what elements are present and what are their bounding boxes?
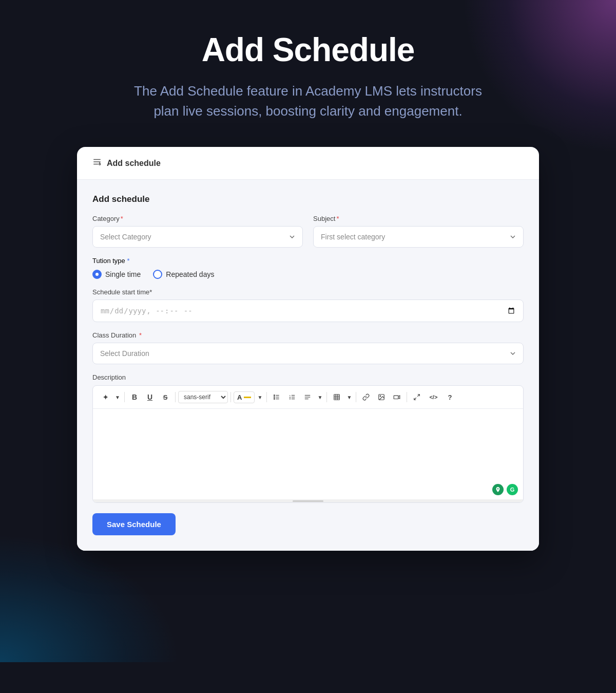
duration-label: Class Duration *: [92, 331, 524, 339]
strikethrough-button[interactable]: S: [158, 390, 172, 404]
editor-bottom-bar: G: [93, 481, 523, 499]
editor-content-area[interactable]: [93, 409, 523, 481]
datetime-wrapper: [92, 299, 524, 322]
main-card: Add schedule Add schedule Category* Sele…: [77, 147, 539, 551]
svg-rect-17: [334, 395, 340, 400]
table-dropdown-button[interactable]: ▼: [345, 390, 353, 404]
radio-single-time[interactable]: Single time: [92, 270, 141, 279]
page-title: Add Schedule: [202, 31, 415, 69]
subject-label: Subject*: [313, 215, 524, 222]
toolbar-sep-6: [356, 392, 356, 402]
color-button[interactable]: A: [234, 391, 255, 403]
editor-scroll-bar: [93, 499, 523, 502]
category-subject-row: Category* Select Category Subject* First…: [92, 215, 524, 248]
schedule-time-group: Schedule start time*: [92, 288, 524, 322]
grammarly-pin-icon: [492, 484, 504, 495]
page-subtitle: The Add Schedule feature in Academy LMS …: [133, 81, 483, 121]
description-group: Description ✦ ▼ B U: [92, 373, 524, 503]
card-header: Add schedule: [77, 147, 539, 180]
underline-button[interactable]: U: [143, 390, 157, 404]
svg-line-25: [418, 395, 420, 397]
svg-rect-24: [394, 396, 399, 399]
align-dropdown-button[interactable]: ▼: [316, 390, 324, 404]
card-body: Add schedule Category* Select Category S…: [77, 180, 539, 551]
help-button[interactable]: ?: [442, 390, 457, 404]
svg-point-8: [274, 397, 275, 398]
align-button[interactable]: [300, 390, 315, 404]
tuition-type-label: Tution type *: [92, 257, 524, 265]
toolbar-sep-1: [124, 392, 125, 402]
link-button[interactable]: [359, 390, 373, 404]
code-button[interactable]: </>: [425, 390, 441, 404]
image-button[interactable]: [374, 390, 389, 404]
page-wrapper: Add Schedule The Add Schedule feature in…: [0, 0, 616, 582]
ordered-list-button[interactable]: [285, 390, 299, 404]
editor-toolbar: ✦ ▼ B U S sans-serif: [93, 386, 523, 409]
duration-group: Class Duration * Select Duration 30 minu…: [92, 331, 524, 364]
video-button[interactable]: [390, 390, 404, 404]
schedule-label: Schedule start time*: [92, 288, 524, 296]
schedule-input[interactable]: [92, 299, 524, 322]
schedule-icon: [92, 157, 102, 169]
category-select[interactable]: Select Category: [92, 226, 303, 248]
save-schedule-button[interactable]: Save Schedule: [92, 513, 176, 535]
svg-point-6: [274, 395, 275, 396]
radio-repeated-days[interactable]: Repeated days: [153, 270, 214, 279]
color-dropdown-button[interactable]: ▼: [256, 390, 264, 404]
form-section-title: Add schedule: [92, 194, 524, 204]
table-button[interactable]: [330, 390, 344, 404]
expand-button[interactable]: [410, 390, 424, 404]
bold-button[interactable]: B: [127, 390, 142, 404]
category-group: Category* Select Category: [92, 215, 303, 248]
svg-point-23: [380, 396, 381, 397]
svg-point-10: [274, 399, 275, 400]
svg-line-26: [414, 398, 416, 400]
toolbar-sep-3: [230, 392, 231, 402]
rich-text-editor: ✦ ▼ B U S sans-serif: [92, 385, 524, 503]
duration-select[interactable]: Select Duration 30 minutes 1 hour 1.5 ho…: [92, 343, 524, 364]
description-label: Description: [92, 373, 524, 381]
toolbar-sep-7: [407, 392, 407, 402]
subject-group: Subject* First select category: [313, 215, 524, 248]
subject-select[interactable]: First select category: [313, 226, 524, 248]
radio-group: Single time Repeated days: [92, 270, 524, 279]
magic-tool-button[interactable]: ✦: [98, 390, 112, 404]
grammarly-icon: G: [507, 484, 518, 495]
magic-dropdown-button[interactable]: ▼: [113, 390, 122, 404]
category-label: Category*: [92, 215, 303, 222]
radio-repeated-indicator: [153, 270, 162, 279]
toolbar-sep-2: [175, 392, 176, 402]
radio-single-indicator: [92, 270, 102, 279]
svg-point-3: [99, 163, 101, 165]
tuition-type-group: Tution type * Single time Repeated days: [92, 257, 524, 279]
card-header-label: Add schedule: [107, 159, 161, 168]
font-family-select[interactable]: sans-serif serif monospace: [178, 391, 228, 403]
toolbar-sep-4: [266, 392, 267, 402]
unordered-list-button[interactable]: [270, 390, 284, 404]
toolbar-sep-5: [326, 392, 327, 402]
